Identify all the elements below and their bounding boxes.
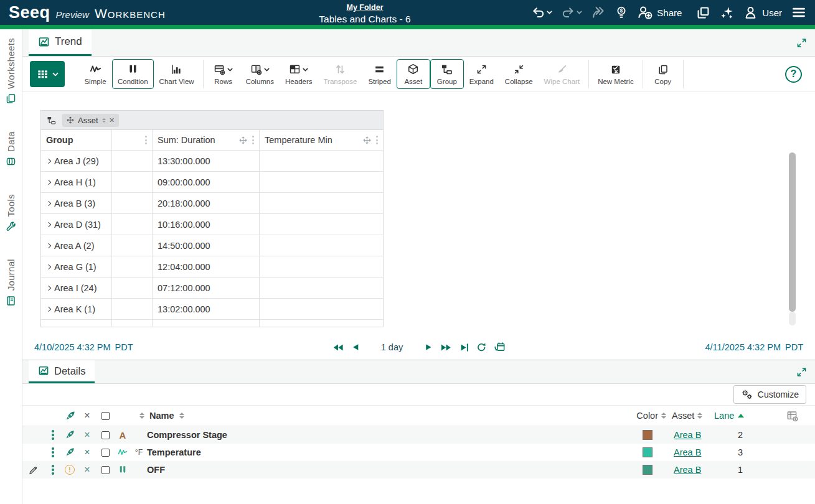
columns-button[interactable]: Columns (240, 59, 280, 89)
user-menu-button[interactable]: User (743, 6, 782, 20)
step-to-end-icon[interactable] (459, 343, 469, 352)
item-name[interactable]: Temperature (147, 447, 629, 457)
share-button[interactable]: Share (638, 5, 682, 20)
autoscale-rocket-icon[interactable] (65, 447, 75, 457)
column-header-group[interactable]: Group (46, 135, 73, 145)
redo-button[interactable] (562, 6, 582, 19)
asset-link[interactable]: Area B (666, 465, 710, 475)
autoscale-rocket-icon[interactable] (65, 411, 75, 421)
column-header-lane[interactable]: Lane (710, 411, 750, 421)
item-name[interactable]: OFF (147, 465, 629, 475)
color-swatch[interactable] (643, 447, 652, 457)
step-back-icon[interactable] (351, 343, 360, 352)
item-name[interactable]: Compressor Stage (147, 430, 629, 440)
table-row[interactable]: Area G (1) 12:04:00.000 (41, 256, 383, 278)
worksheets-popout-button[interactable] (696, 6, 710, 20)
ai-assistant-button[interactable] (720, 6, 734, 20)
seeq-logo[interactable]: Seeq Preview Workbench (9, 3, 166, 22)
range-end[interactable]: 4/11/2025 4:32 PMPDT (705, 342, 803, 352)
group-button[interactable]: Group (430, 59, 464, 89)
rows-button[interactable]: Rows (207, 59, 240, 89)
sidebar-item-data[interactable]: Data (6, 131, 16, 167)
scrollbar-thumb[interactable] (789, 152, 796, 312)
tab-details[interactable]: Details (29, 360, 95, 383)
expand-panel-icon[interactable] (796, 366, 807, 377)
column-header-duration[interactable]: Sum: Duration (158, 135, 215, 145)
chevron-right-icon[interactable] (46, 158, 51, 163)
warning-icon[interactable]: ! (65, 465, 75, 475)
remove-all-icon[interactable]: × (84, 411, 90, 421)
color-swatch[interactable] (643, 430, 652, 440)
hamburger-menu-button[interactable] (791, 5, 806, 20)
move-icon[interactable] (239, 136, 247, 144)
table-row[interactable]: Area K (1) 13:02:00.000 (41, 299, 383, 320)
range-duration[interactable]: 1 day (381, 342, 403, 352)
details-row[interactable]: × A Compressor Stage Area B 2 (22, 426, 815, 444)
color-swatch[interactable] (643, 465, 652, 475)
step-back-double-icon[interactable] (332, 343, 344, 352)
sort-icon[interactable] (179, 413, 184, 419)
expand-panel-icon[interactable] (796, 37, 807, 48)
new-metric-button[interactable]: New Metric (592, 59, 639, 89)
step-forward-double-icon[interactable] (440, 343, 452, 352)
table-row[interactable]: Area I (24) 07:12:00.000 (41, 278, 383, 299)
chevron-right-icon[interactable] (46, 264, 51, 269)
striped-button[interactable]: Striped (362, 59, 396, 89)
column-menu-icon[interactable] (252, 136, 254, 144)
asset-link[interactable]: Area B (666, 447, 710, 457)
select-all-checkbox[interactable] (101, 412, 110, 420)
column-header-asset[interactable]: Asset (666, 411, 710, 421)
row-checkbox[interactable] (101, 449, 110, 457)
chevron-right-icon[interactable] (46, 243, 51, 248)
details-row[interactable]: × °F Temperature Area B 3 (22, 444, 815, 461)
my-folder-link[interactable]: My Folder (346, 3, 383, 13)
view-mode-dropdown[interactable] (30, 61, 65, 87)
range-start[interactable]: 4/10/2025 4:32 PMPDT (34, 342, 133, 352)
sort-icon[interactable] (139, 413, 144, 419)
sort-icon[interactable] (102, 118, 106, 123)
column-menu-icon[interactable] (376, 136, 378, 144)
sidebar-item-worksheets[interactable]: Worksheets (6, 38, 16, 104)
row-menu-icon[interactable] (52, 465, 54, 475)
remove-icon[interactable]: × (84, 447, 90, 457)
details-row[interactable]: ! × OFF Area B 1 (22, 461, 815, 478)
sidebar-item-tools[interactable]: Tools (6, 194, 16, 232)
add-column-icon[interactable] (786, 410, 798, 422)
condition-mode-button[interactable]: Condition (112, 59, 154, 89)
asset-column-chip[interactable]: Asset × (62, 114, 119, 127)
undo-button[interactable] (532, 6, 552, 19)
customize-button[interactable]: Customize (733, 385, 806, 404)
row-menu-icon[interactable] (52, 430, 54, 440)
help-button[interactable]: ? (785, 66, 802, 83)
collapse-button[interactable]: Collapse (499, 59, 539, 89)
sidebar-item-journal[interactable]: Journal (6, 259, 16, 306)
column-header-name[interactable]: Name (115, 411, 629, 421)
usage-button[interactable] (615, 6, 628, 19)
close-icon[interactable]: × (110, 116, 115, 124)
tab-trend[interactable]: Trend (29, 29, 92, 56)
forward-worksheet-button[interactable] (591, 6, 605, 19)
move-icon[interactable] (363, 136, 371, 144)
autoscale-rocket-icon[interactable] (65, 430, 75, 440)
chevron-right-icon[interactable] (46, 285, 51, 290)
row-checkbox[interactable] (101, 431, 110, 439)
vertical-scrollbar[interactable] (789, 152, 796, 325)
chevron-right-icon[interactable] (46, 179, 51, 184)
table-row[interactable]: Area H (1) 09:00:00.000 (41, 172, 383, 193)
remove-icon[interactable]: × (84, 430, 90, 440)
simple-mode-button[interactable]: Simple (78, 59, 112, 89)
scrollbar-track[interactable] (789, 312, 796, 325)
column-header-temperature-min[interactable]: Temperature Min (265, 135, 332, 145)
pencil-edit-icon[interactable] (29, 465, 39, 475)
expand-button[interactable]: Expand (464, 59, 499, 89)
sort-icon[interactable] (697, 413, 702, 419)
duplicate-date-range-icon[interactable] (494, 342, 506, 353)
row-menu-icon[interactable] (52, 447, 54, 457)
chevron-right-icon[interactable] (46, 306, 51, 311)
step-forward-icon[interactable] (424, 343, 433, 352)
chart-view-button[interactable]: Chart View (154, 59, 200, 89)
row-checkbox[interactable] (101, 466, 110, 474)
table-row[interactable]: Area A (2) 14:50:00.000 (41, 235, 383, 256)
table-row[interactable]: Area B (3) 20:18:00.000 (41, 193, 383, 214)
remove-icon[interactable]: × (84, 465, 90, 475)
